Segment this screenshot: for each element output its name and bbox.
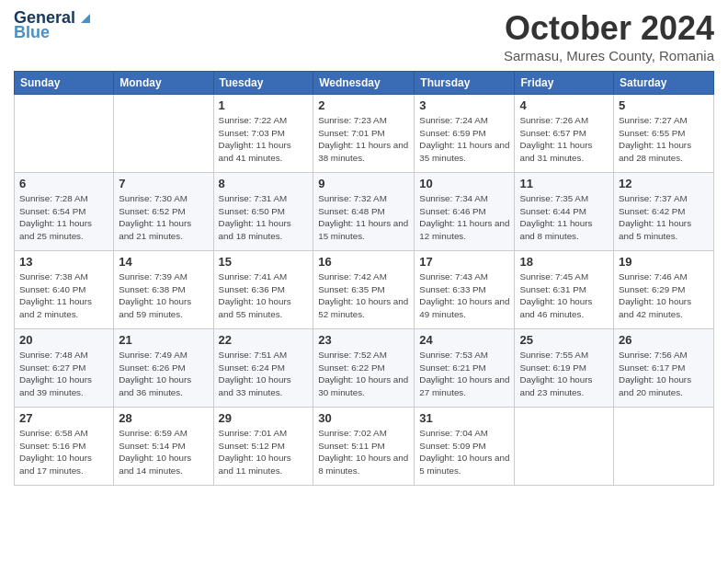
day-info: Sunrise: 7:28 AM Sunset: 6:54 PM Dayligh… bbox=[19, 192, 108, 243]
day-number: 27 bbox=[19, 411, 108, 425]
day-info: Sunrise: 7:39 AM Sunset: 6:38 PM Dayligh… bbox=[119, 270, 208, 321]
day-info: Sunrise: 7:49 AM Sunset: 6:26 PM Dayligh… bbox=[119, 349, 208, 399]
day-info: Sunrise: 7:43 AM Sunset: 6:33 PM Dayligh… bbox=[419, 270, 509, 321]
day-info: Sunrise: 7:26 AM Sunset: 6:57 PM Dayligh… bbox=[519, 114, 609, 165]
day-info: Sunrise: 7:37 AM Sunset: 6:42 PM Dayligh… bbox=[619, 192, 709, 243]
day-number: 14 bbox=[119, 255, 208, 269]
calendar-cell: 21Sunrise: 7:49 AM Sunset: 6:26 PM Dayli… bbox=[114, 329, 213, 408]
calendar-cell: 25Sunrise: 7:55 AM Sunset: 6:19 PM Dayli… bbox=[515, 329, 614, 408]
calendar-cell: 8Sunrise: 7:31 AM Sunset: 6:50 PM Daylig… bbox=[213, 173, 313, 251]
day-info: Sunrise: 7:42 AM Sunset: 6:35 PM Dayligh… bbox=[318, 270, 409, 321]
page-header: General Blue October 2024 Sarmasu, Mures… bbox=[14, 9, 714, 63]
calendar-cell bbox=[114, 95, 213, 173]
day-info: Sunrise: 7:48 AM Sunset: 6:27 PM Dayligh… bbox=[19, 349, 108, 399]
calendar-cell: 5Sunrise: 7:27 AM Sunset: 6:55 PM Daylig… bbox=[614, 95, 714, 173]
day-number: 12 bbox=[619, 177, 709, 190]
calendar-week-row: 6Sunrise: 7:28 AM Sunset: 6:54 PM Daylig… bbox=[15, 173, 714, 251]
day-info: Sunrise: 7:04 AM Sunset: 5:09 PM Dayligh… bbox=[419, 427, 509, 477]
day-info: Sunrise: 7:52 AM Sunset: 6:22 PM Dayligh… bbox=[318, 349, 409, 399]
day-info: Sunrise: 7:45 AM Sunset: 6:31 PM Dayligh… bbox=[519, 270, 609, 321]
day-of-week-header: Tuesday bbox=[213, 72, 313, 95]
day-info: Sunrise: 7:46 AM Sunset: 6:29 PM Dayligh… bbox=[619, 270, 709, 321]
day-number: 30 bbox=[318, 411, 409, 425]
day-number: 24 bbox=[419, 333, 509, 347]
day-number: 29 bbox=[219, 411, 309, 425]
day-info: Sunrise: 6:59 AM Sunset: 5:14 PM Dayligh… bbox=[119, 427, 208, 477]
day-number: 21 bbox=[119, 333, 208, 347]
calendar-cell bbox=[15, 95, 114, 173]
calendar-cell: 18Sunrise: 7:45 AM Sunset: 6:31 PM Dayli… bbox=[515, 251, 614, 329]
day-of-week-header: Friday bbox=[515, 72, 614, 95]
day-number: 10 bbox=[419, 177, 509, 190]
calendar-table: SundayMondayTuesdayWednesdayThursdayFrid… bbox=[14, 71, 714, 486]
calendar-cell: 1Sunrise: 7:22 AM Sunset: 7:03 PM Daylig… bbox=[213, 95, 313, 173]
calendar-cell: 12Sunrise: 7:37 AM Sunset: 6:42 PM Dayli… bbox=[614, 173, 714, 251]
day-of-week-header: Wednesday bbox=[313, 72, 415, 95]
calendar-week-row: 20Sunrise: 7:48 AM Sunset: 6:27 PM Dayli… bbox=[15, 329, 714, 408]
day-number: 26 bbox=[619, 333, 709, 347]
day-number: 2 bbox=[318, 98, 409, 112]
calendar-cell: 24Sunrise: 7:53 AM Sunset: 6:21 PM Dayli… bbox=[415, 329, 515, 408]
calendar-cell: 27Sunrise: 6:58 AM Sunset: 5:16 PM Dayli… bbox=[15, 408, 114, 486]
calendar-cell bbox=[614, 408, 714, 486]
day-info: Sunrise: 7:23 AM Sunset: 7:01 PM Dayligh… bbox=[318, 114, 409, 165]
day-number: 3 bbox=[419, 98, 509, 112]
day-number: 8 bbox=[219, 177, 309, 190]
day-info: Sunrise: 7:34 AM Sunset: 6:46 PM Dayligh… bbox=[419, 192, 509, 243]
calendar-week-row: 13Sunrise: 7:38 AM Sunset: 6:40 PM Dayli… bbox=[15, 251, 714, 329]
calendar-cell: 26Sunrise: 7:56 AM Sunset: 6:17 PM Dayli… bbox=[614, 329, 714, 408]
calendar-cell: 22Sunrise: 7:51 AM Sunset: 6:24 PM Dayli… bbox=[213, 329, 313, 408]
day-of-week-header: Thursday bbox=[415, 72, 515, 95]
subtitle: Sarmasu, Mures County, Romania bbox=[504, 48, 714, 63]
day-info: Sunrise: 7:27 AM Sunset: 6:55 PM Dayligh… bbox=[619, 114, 709, 165]
calendar-cell: 15Sunrise: 7:41 AM Sunset: 6:36 PM Dayli… bbox=[213, 251, 313, 329]
day-info: Sunrise: 7:35 AM Sunset: 6:44 PM Dayligh… bbox=[519, 192, 609, 243]
day-number: 18 bbox=[519, 255, 609, 269]
calendar-cell: 31Sunrise: 7:04 AM Sunset: 5:09 PM Dayli… bbox=[415, 408, 515, 486]
day-number: 31 bbox=[419, 411, 509, 425]
day-number: 19 bbox=[619, 255, 709, 269]
day-of-week-header: Monday bbox=[114, 72, 213, 95]
calendar-cell: 16Sunrise: 7:42 AM Sunset: 6:35 PM Dayli… bbox=[313, 251, 415, 329]
day-info: Sunrise: 7:32 AM Sunset: 6:48 PM Dayligh… bbox=[318, 192, 409, 243]
calendar-cell: 20Sunrise: 7:48 AM Sunset: 6:27 PM Dayli… bbox=[15, 329, 114, 408]
day-number: 1 bbox=[219, 98, 309, 112]
calendar-cell: 9Sunrise: 7:32 AM Sunset: 6:48 PM Daylig… bbox=[313, 173, 415, 251]
day-info: Sunrise: 7:53 AM Sunset: 6:21 PM Dayligh… bbox=[419, 349, 509, 399]
day-info: Sunrise: 7:01 AM Sunset: 5:12 PM Dayligh… bbox=[219, 427, 309, 477]
day-number: 6 bbox=[19, 177, 108, 190]
day-info: Sunrise: 7:51 AM Sunset: 6:24 PM Dayligh… bbox=[219, 349, 309, 399]
day-of-week-header: Saturday bbox=[614, 72, 714, 95]
calendar-cell: 4Sunrise: 7:26 AM Sunset: 6:57 PM Daylig… bbox=[515, 95, 614, 173]
day-info: Sunrise: 6:58 AM Sunset: 5:16 PM Dayligh… bbox=[19, 427, 108, 477]
title-block: October 2024 Sarmasu, Mures County, Roma… bbox=[504, 9, 714, 63]
calendar-cell: 17Sunrise: 7:43 AM Sunset: 6:33 PM Dayli… bbox=[415, 251, 515, 329]
day-info: Sunrise: 7:31 AM Sunset: 6:50 PM Dayligh… bbox=[219, 192, 309, 243]
calendar-cell: 3Sunrise: 7:24 AM Sunset: 6:59 PM Daylig… bbox=[415, 95, 515, 173]
calendar-cell: 30Sunrise: 7:02 AM Sunset: 5:11 PM Dayli… bbox=[313, 408, 415, 486]
day-number: 11 bbox=[519, 177, 609, 190]
day-number: 28 bbox=[119, 411, 208, 425]
month-title: October 2024 bbox=[504, 9, 714, 48]
calendar-cell: 29Sunrise: 7:01 AM Sunset: 5:12 PM Dayli… bbox=[213, 408, 313, 486]
calendar-cell: 28Sunrise: 6:59 AM Sunset: 5:14 PM Dayli… bbox=[114, 408, 213, 486]
day-info: Sunrise: 7:30 AM Sunset: 6:52 PM Dayligh… bbox=[119, 192, 208, 243]
calendar-cell: 13Sunrise: 7:38 AM Sunset: 6:40 PM Dayli… bbox=[15, 251, 114, 329]
day-info: Sunrise: 7:24 AM Sunset: 6:59 PM Dayligh… bbox=[419, 114, 509, 165]
calendar-cell bbox=[515, 408, 614, 486]
day-info: Sunrise: 7:02 AM Sunset: 5:11 PM Dayligh… bbox=[318, 427, 409, 477]
day-info: Sunrise: 7:56 AM Sunset: 6:17 PM Dayligh… bbox=[619, 349, 709, 399]
day-number: 7 bbox=[119, 177, 208, 190]
calendar-cell: 6Sunrise: 7:28 AM Sunset: 6:54 PM Daylig… bbox=[15, 173, 114, 251]
calendar-week-row: 27Sunrise: 6:58 AM Sunset: 5:16 PM Dayli… bbox=[15, 408, 714, 486]
calendar-cell: 19Sunrise: 7:46 AM Sunset: 6:29 PM Dayli… bbox=[614, 251, 714, 329]
calendar-cell: 2Sunrise: 7:23 AM Sunset: 7:01 PM Daylig… bbox=[313, 95, 415, 173]
day-number: 22 bbox=[219, 333, 309, 347]
calendar-cell: 14Sunrise: 7:39 AM Sunset: 6:38 PM Dayli… bbox=[114, 251, 213, 329]
day-number: 4 bbox=[519, 98, 609, 112]
day-info: Sunrise: 7:41 AM Sunset: 6:36 PM Dayligh… bbox=[219, 270, 309, 321]
calendar-header-row: SundayMondayTuesdayWednesdayThursdayFrid… bbox=[15, 72, 714, 95]
day-number: 17 bbox=[419, 255, 509, 269]
svg-marker-0 bbox=[81, 14, 90, 23]
logo-text-blue: Blue bbox=[14, 24, 50, 42]
